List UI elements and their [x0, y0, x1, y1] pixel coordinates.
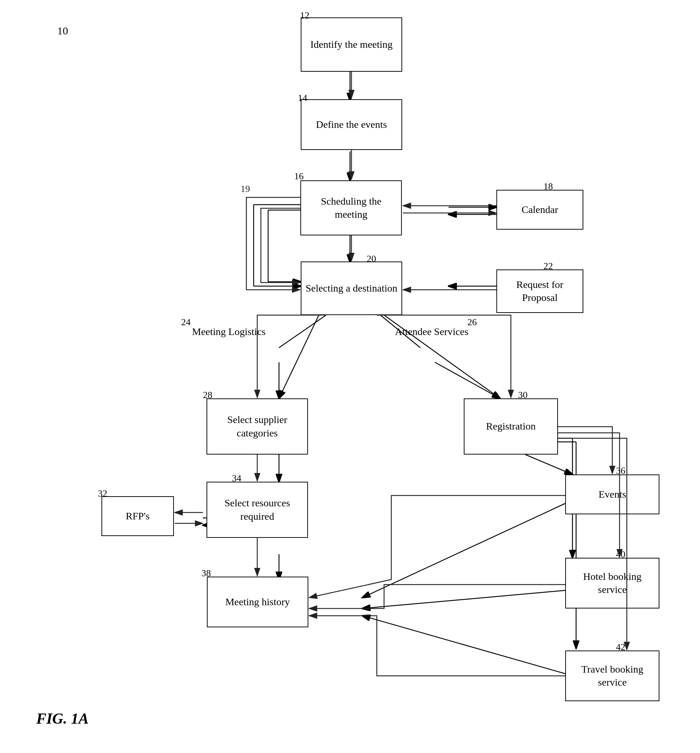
figure-label: FIG. 1A — [36, 710, 89, 727]
box-scheduling-meeting: Scheduling the meeting — [300, 180, 402, 235]
svg-line-17 — [435, 362, 500, 398]
box-select-supplier: Select supplier categories — [206, 398, 308, 455]
box-selecting-destination: Selecting a destination — [301, 262, 402, 315]
svg-line-31 — [362, 590, 565, 608]
box-meeting-history: Meeting history — [207, 577, 308, 627]
label-26: 26 — [467, 317, 477, 328]
svg-text:19: 19 — [241, 184, 250, 194]
svg-line-30 — [362, 504, 565, 598]
label-40: 40 — [616, 549, 625, 560]
label-attendee-services: Attendee Services — [395, 326, 469, 338]
box-select-resources: Select resources required — [206, 482, 308, 538]
label-meeting-logistics: Meeting Logistics — [192, 326, 266, 338]
label-38: 38 — [202, 568, 211, 579]
label-28: 28 — [203, 390, 212, 401]
diagram-container: 10 Identify the meeting 12 Define the ev… — [0, 0, 700, 753]
label-24: 24 — [181, 317, 191, 328]
label-20: 20 — [367, 254, 376, 264]
label-42: 42 — [616, 642, 625, 653]
svg-line-18 — [279, 315, 319, 398]
label-10: 10 — [57, 25, 68, 37]
box-hotel-booking: Hotel booking service — [565, 558, 659, 608]
svg-line-14 — [279, 315, 326, 348]
label-30: 30 — [518, 390, 528, 401]
label-14: 14 — [298, 93, 307, 104]
svg-line-32 — [362, 616, 565, 673]
label-12: 12 — [300, 10, 309, 21]
box-identify-meeting: Identify the meeting — [301, 17, 402, 72]
label-16: 16 — [294, 171, 304, 182]
label-36: 36 — [616, 465, 625, 476]
box-registration: Registration — [464, 398, 558, 455]
label-18: 18 — [544, 181, 553, 192]
label-32: 32 — [98, 488, 107, 499]
box-define-events: Define the events — [301, 99, 402, 150]
box-rfps: RFP's — [102, 496, 174, 536]
label-34: 34 — [232, 473, 241, 484]
box-calendar: Calendar — [496, 190, 583, 230]
box-travel-booking: Travel booking service — [565, 650, 659, 701]
box-events: Events — [565, 474, 659, 514]
label-22: 22 — [544, 261, 553, 272]
box-request-proposal: Request for Proposal — [496, 270, 583, 313]
svg-line-24 — [525, 455, 572, 474]
